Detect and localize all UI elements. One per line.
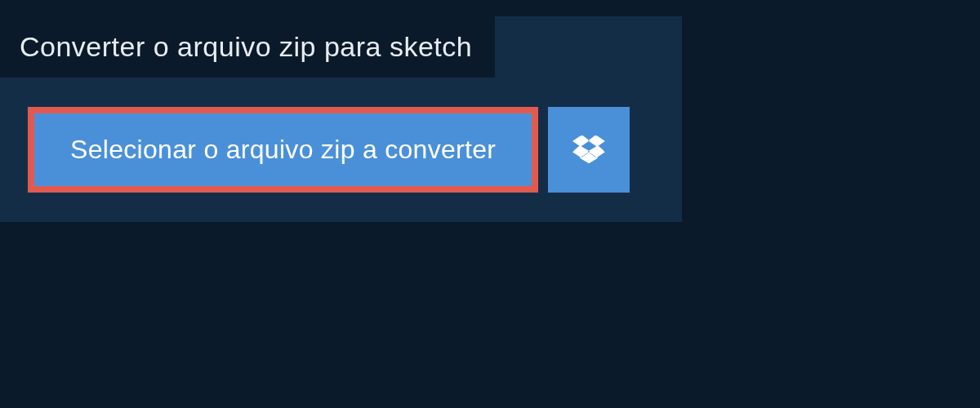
converter-panel: Converter o arquivo zip para sketch Sele… (0, 16, 682, 222)
select-file-highlight: Selecionar o arquivo zip a converter (28, 107, 538, 193)
panel-title: Converter o arquivo zip para sketch (20, 31, 472, 62)
panel-title-tab: Converter o arquivo zip para sketch (0, 16, 495, 78)
dropbox-button[interactable] (548, 107, 630, 193)
dropbox-icon (572, 133, 606, 167)
action-row: Selecionar o arquivo zip a converter (0, 78, 682, 193)
select-file-button[interactable]: Selecionar o arquivo zip a converter (34, 113, 532, 186)
select-file-label: Selecionar o arquivo zip a converter (70, 135, 496, 164)
